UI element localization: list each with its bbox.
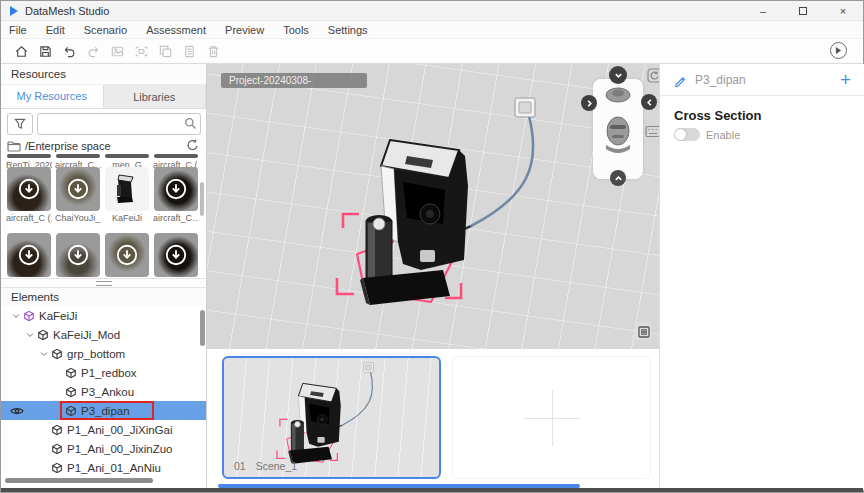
tree-item-label: P1_Ani_00_JixinZuo <box>67 443 173 455</box>
elements-tree: KaFeiJi KaFeiJi_Mod grp_bottom P1_redbox… <box>1 306 206 482</box>
edit-icon[interactable] <box>674 73 687 86</box>
breadcrumb-path[interactable]: /Enterprise space <box>25 140 111 152</box>
maximize-button[interactable] <box>783 1 823 21</box>
menu-item-edit[interactable]: Edit <box>46 24 65 36</box>
tree-item-P3_dipan[interactable]: P3_dipan <box>1 401 206 420</box>
copy-button <box>153 41 177 61</box>
minimize-button[interactable]: – <box>743 1 783 21</box>
cube-icon <box>65 386 77 398</box>
elements-vscrollbar[interactable] <box>200 310 205 346</box>
resource-thumbnail <box>154 233 198 277</box>
chevron-down-icon <box>614 71 623 80</box>
tree-item-P1_Ani_01_AnNiu[interactable]: P1_Ani_01_AnNiu <box>1 458 206 477</box>
tab-libraries[interactable]: Libraries <box>104 85 207 108</box>
titlebar: DataMesh Studio – × <box>1 1 863 21</box>
resource-item[interactable]: aircraft_C (1) <box>7 167 51 223</box>
resource-item[interactable]: KaFeiJi <box>105 167 149 223</box>
reset-view-icon <box>647 68 659 83</box>
menu-item-scenario[interactable]: Scenario <box>84 24 127 36</box>
scene-1-label: 01Scene_1 <box>234 460 297 472</box>
filter-button[interactable] <box>7 113 33 135</box>
resource-thumb-cropped <box>105 154 149 158</box>
capture-region-icon <box>134 44 149 59</box>
undo-button[interactable] <box>57 41 81 61</box>
resource-item[interactable] <box>105 233 149 277</box>
close-button[interactable]: × <box>823 1 863 21</box>
cube-icon <box>51 348 63 360</box>
gizmo-collapse-button[interactable] <box>609 66 627 84</box>
resources-scrollbar[interactable] <box>200 182 204 216</box>
app-logo-icon <box>9 6 19 16</box>
refresh-icon[interactable] <box>186 139 199 152</box>
scene-card-2[interactable] <box>452 356 651 479</box>
resource-item[interactable] <box>7 233 51 277</box>
scene-1-thumbnail <box>252 360 412 472</box>
tab-my-resources[interactable]: My Resources <box>1 85 104 108</box>
resource-item[interactable] <box>56 233 100 277</box>
view-gizmo[interactable] <box>593 79 643 179</box>
copy-icon <box>158 44 173 59</box>
tree-item-P3_Ankou[interactable]: P3_Ankou <box>1 382 206 401</box>
play-button[interactable] <box>830 42 847 59</box>
funnel-icon <box>14 118 26 130</box>
resource-item[interactable]: aircraft_C… <box>154 167 198 223</box>
elements-hscrollbar[interactable] <box>5 478 153 483</box>
tree-item-P1_Ani_00_JixinZuo[interactable]: P1_Ani_00_JixinZuo <box>1 439 206 458</box>
avatar-views-icon <box>593 79 643 179</box>
3d-viewport[interactable]: Project-20240308- <box>207 64 659 349</box>
toggle-knob-icon <box>675 129 686 140</box>
rotate-right-button[interactable] <box>581 95 597 111</box>
menu-item-tools[interactable]: Tools <box>283 24 309 36</box>
search-icon <box>184 117 197 130</box>
export-image-icon <box>110 44 125 59</box>
cube-icon <box>51 443 63 455</box>
resource-item[interactable]: ChaiYouJi_… <box>56 167 100 223</box>
tree-item-P1_redbox[interactable]: P1_redbox <box>1 363 206 382</box>
tree-item-label: KaFeiJi <box>39 310 77 322</box>
inspector-title: P3_dipan <box>695 73 746 87</box>
chevron-down-icon[interactable] <box>39 349 49 359</box>
center-column: Project-20240308- <box>207 64 659 490</box>
resource-thumbnail <box>105 167 149 211</box>
redo-button <box>81 41 105 61</box>
list-icon <box>638 326 650 338</box>
eye-icon[interactable] <box>10 406 24 416</box>
reset-view-button[interactable] <box>647 68 659 83</box>
resource-thumbnail <box>154 167 198 211</box>
cube-icon <box>65 405 77 417</box>
tree-item-label: P1_Ani_01_AnNiu <box>67 462 161 474</box>
gizmo-more-button[interactable] <box>610 170 626 186</box>
enable-toggle[interactable] <box>674 128 700 141</box>
search-input[interactable] <box>37 113 201 135</box>
save-button[interactable] <box>33 41 57 61</box>
toolbar <box>1 39 863 64</box>
chevron-down-icon[interactable] <box>11 311 21 321</box>
chevron-down-icon[interactable] <box>25 330 35 340</box>
enable-toggle-label: Enable <box>706 129 740 141</box>
tree-item-label: KaFeiJi_Mod <box>53 329 120 341</box>
cube-icon <box>65 367 77 379</box>
resource-thumbnail <box>7 233 51 277</box>
panel-splitter[interactable] <box>1 278 206 288</box>
keyboard-shortcuts-button[interactable] <box>645 124 659 137</box>
home-button[interactable] <box>9 41 33 61</box>
keyboard-icon <box>645 125 659 138</box>
tree-item-label: P3_Ankou <box>81 386 134 398</box>
tree-item-label: P1_redbox <box>81 367 137 379</box>
resources-header: Resources <box>1 64 206 85</box>
resource-item[interactable] <box>154 233 198 277</box>
rotate-left-button[interactable] <box>641 94 657 110</box>
scene-card-1[interactable]: 01Scene_1 <box>222 356 441 479</box>
menu-item-assessment[interactable]: Assessment <box>146 24 206 36</box>
tree-item-P1_Ani_00_JiXinGai[interactable]: P1_Ani_00_JiXinGai <box>1 420 206 439</box>
scene-stats-button[interactable] <box>635 323 652 340</box>
tree-item-grp_bottom[interactable]: grp_bottom <box>1 344 206 363</box>
menu-item-preview[interactable]: Preview <box>225 24 264 36</box>
add-component-button[interactable]: + <box>840 70 851 89</box>
cross-section-title: Cross Section <box>674 108 761 123</box>
project-label: Project-20240308- <box>221 73 367 88</box>
tree-item-KaFeiJi_Mod[interactable]: KaFeiJi_Mod <box>1 325 206 344</box>
menu-item-settings[interactable]: Settings <box>328 24 368 36</box>
tree-item-KaFeiJi[interactable]: KaFeiJi <box>1 306 206 325</box>
menu-item-file[interactable]: File <box>9 24 27 36</box>
